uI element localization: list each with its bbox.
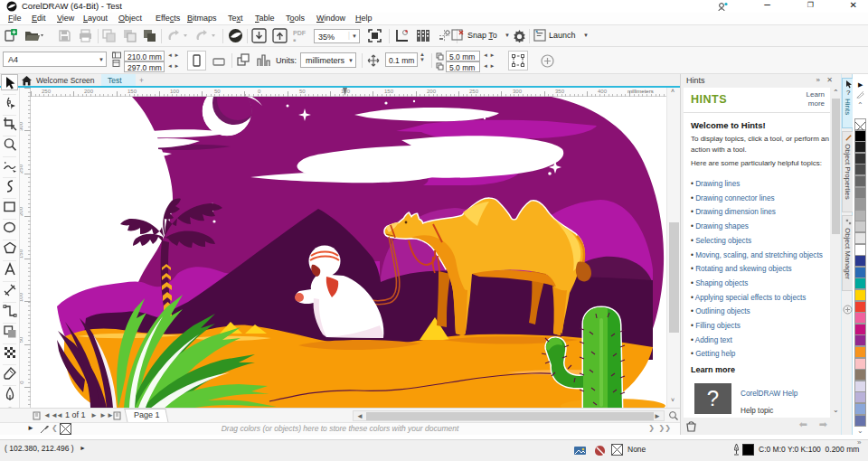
svg-text:?: ? [846,89,851,97]
